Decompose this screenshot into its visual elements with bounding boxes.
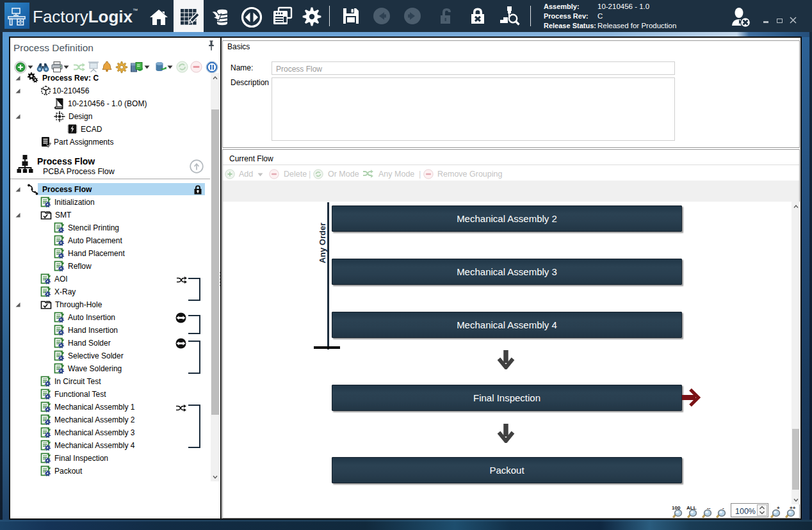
svg-text:--: -- [707,505,711,511]
svg-text:ALL: ALL [686,505,697,511]
svg-text:-: - [722,505,724,511]
svg-text:+: + [777,505,780,511]
svg-text:++: ++ [790,505,796,511]
svg-text:100: 100 [672,505,681,511]
